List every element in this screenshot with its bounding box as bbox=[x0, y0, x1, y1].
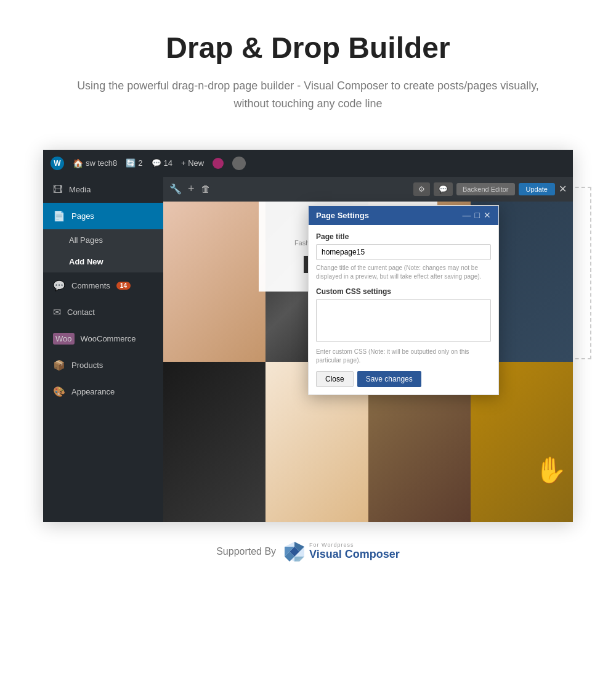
sidebar-item-all-pages[interactable]: All Pages bbox=[43, 229, 163, 251]
products-icon: 📦 bbox=[53, 359, 65, 371]
media-icon: 🎞 bbox=[53, 184, 63, 195]
add-new-label: Add New bbox=[69, 257, 103, 266]
sidebar-woo-label: WooCommerce bbox=[81, 334, 136, 343]
admin-bar-new[interactable]: + New bbox=[181, 158, 204, 168]
sidebar-item-pages[interactable]: 📄 Pages bbox=[43, 203, 163, 229]
modal-close-button[interactable]: ✕ bbox=[484, 211, 491, 219]
wp-sidebar: 🎞 Media 📄 Pages All Pages Add New 💬 bbox=[43, 177, 163, 522]
sidebar-pages-submenu: All Pages Add New bbox=[43, 229, 163, 272]
sidebar-pages-label: Pages bbox=[71, 211, 94, 221]
page-title-label: Page title bbox=[316, 232, 491, 241]
vc-comment-button[interactable]: 💬 bbox=[434, 182, 453, 196]
modal-controls: — □ ✕ bbox=[463, 211, 491, 219]
vc-logo-text: For Wordpress Visual Composer bbox=[309, 542, 400, 561]
vc-toolbar-right: ⚙ 💬 Backend Editor Update ✕ bbox=[413, 182, 567, 196]
modal-footer: Close Save changes bbox=[316, 371, 491, 387]
site-name: sw tech8 bbox=[86, 158, 117, 168]
vc-logo-container: For Wordpress Visual Composer bbox=[283, 541, 400, 563]
vc-logo-small: 🔧 bbox=[169, 183, 182, 195]
home-icon: 🏠 bbox=[73, 158, 83, 168]
page-settings-modal: Page Settings — □ ✕ Page title Change ti… bbox=[308, 205, 499, 395]
wp-logo-icon: W bbox=[51, 157, 64, 170]
comments-badge: 14 bbox=[116, 282, 131, 290]
subtitle: Using the powerful drag-n-drop page buil… bbox=[62, 77, 554, 113]
modal-save-button[interactable]: Save changes bbox=[357, 371, 421, 387]
vc-add-icon[interactable]: + bbox=[188, 182, 195, 195]
appearance-icon: 🎨 bbox=[53, 386, 65, 398]
screenshot-container: W 🏠 sw tech8 🔄 2 💬 14 + New bbox=[0, 150, 616, 522]
custom-css-textarea[interactable] bbox=[316, 299, 491, 342]
photo-cell-5 bbox=[163, 362, 265, 522]
yoast-icon bbox=[213, 158, 224, 169]
wp-mockup: W 🏠 sw tech8 🔄 2 💬 14 + New bbox=[43, 150, 573, 522]
sidebar-item-products[interactable]: 📦 Products bbox=[43, 352, 163, 378]
header-section: Drap & Drop Builder Using the powerful d… bbox=[0, 0, 616, 131]
sidebar-item-appearance[interactable]: 🎨 Appearance bbox=[43, 378, 163, 405]
sidebar-item-contact[interactable]: ✉ Contact bbox=[43, 299, 163, 325]
sidebar-media-label: Media bbox=[69, 185, 91, 194]
modal-body: Page title Change title of the current p… bbox=[309, 225, 498, 394]
modal-header: Page Settings — □ ✕ bbox=[309, 206, 498, 225]
sidebar-comments-label: Comments bbox=[71, 281, 110, 290]
all-pages-label: All Pages bbox=[69, 235, 103, 245]
vc-close-button[interactable]: ✕ bbox=[559, 183, 567, 195]
sidebar-item-woocommerce[interactable]: Woo WooCommerce bbox=[43, 325, 163, 352]
page-title-input[interactable] bbox=[316, 244, 491, 260]
modal-minimize-button[interactable]: — bbox=[463, 211, 471, 219]
wp-admin-bar: W 🏠 sw tech8 🔄 2 💬 14 + New bbox=[43, 150, 573, 177]
modal-maximize-button[interactable]: □ bbox=[475, 211, 480, 219]
custom-css-label: Custom CSS settings bbox=[316, 287, 491, 296]
vc-update-button[interactable]: Update bbox=[519, 183, 555, 195]
vc-toolbar-overlay: 🔧 + 🗑 ⚙ 💬 Backend Editor Update ✕ bbox=[163, 177, 573, 202]
sidebar-products-label: Products bbox=[71, 361, 103, 370]
main-title: Drap & Drop Builder bbox=[62, 31, 554, 65]
modal-title: Page Settings bbox=[316, 211, 369, 220]
comments-icon: 💬 bbox=[152, 158, 161, 168]
sidebar-contact-label: Contact bbox=[67, 308, 95, 317]
custom-css-textarea-wrap bbox=[316, 299, 491, 345]
admin-bar-home[interactable]: 🏠 sw tech8 bbox=[73, 158, 117, 168]
sidebar-item-comments[interactable]: 💬 Comments 14 bbox=[43, 272, 163, 299]
footer-section: Supported By For Wordpress Visual Compos… bbox=[0, 522, 616, 587]
sidebar-item-media[interactable]: 🎞 Media bbox=[43, 177, 163, 203]
user-avatar bbox=[232, 157, 246, 170]
updates-count: 2 bbox=[138, 158, 142, 168]
sidebar-appearance-label: Appearance bbox=[71, 387, 115, 396]
hand-cursor-icon: ✋ bbox=[535, 455, 567, 485]
supported-by-label: Supported By bbox=[216, 546, 276, 557]
comments-count: 14 bbox=[164, 158, 172, 168]
admin-bar-comments[interactable]: 💬 14 bbox=[152, 158, 172, 168]
woo-icon: Woo bbox=[53, 333, 75, 345]
new-label: + New bbox=[181, 158, 204, 168]
updates-icon: 🔄 bbox=[126, 158, 136, 168]
svg-marker-5 bbox=[294, 557, 304, 561]
vc-trash-icon[interactable]: 🗑 bbox=[201, 184, 211, 195]
vc-backend-editor-button[interactable]: Backend Editor bbox=[456, 183, 515, 195]
photo-cell-1 bbox=[163, 202, 265, 362]
vc-gear-button[interactable]: ⚙ bbox=[413, 182, 430, 196]
vc-logo-svg bbox=[283, 541, 306, 563]
contact-icon: ✉ bbox=[53, 306, 61, 318]
comments-sidebar-icon: 💬 bbox=[53, 280, 65, 292]
vc-name-label: Visual Composer bbox=[309, 548, 400, 561]
admin-bar-updates[interactable]: 🔄 2 bbox=[126, 158, 142, 168]
pages-icon: 📄 bbox=[53, 210, 65, 222]
modal-close-action-button[interactable]: Close bbox=[316, 371, 354, 387]
page-title-hint: Change title of the current page (Note: … bbox=[316, 264, 491, 281]
custom-css-hint: Enter custom CSS (Note: it will be outpu… bbox=[316, 348, 491, 365]
vc-for-wp-label: For Wordpress bbox=[309, 542, 354, 548]
sidebar-item-add-new[interactable]: Add New bbox=[43, 251, 163, 272]
vc-toolbar-left: 🔧 + 🗑 bbox=[169, 182, 211, 195]
